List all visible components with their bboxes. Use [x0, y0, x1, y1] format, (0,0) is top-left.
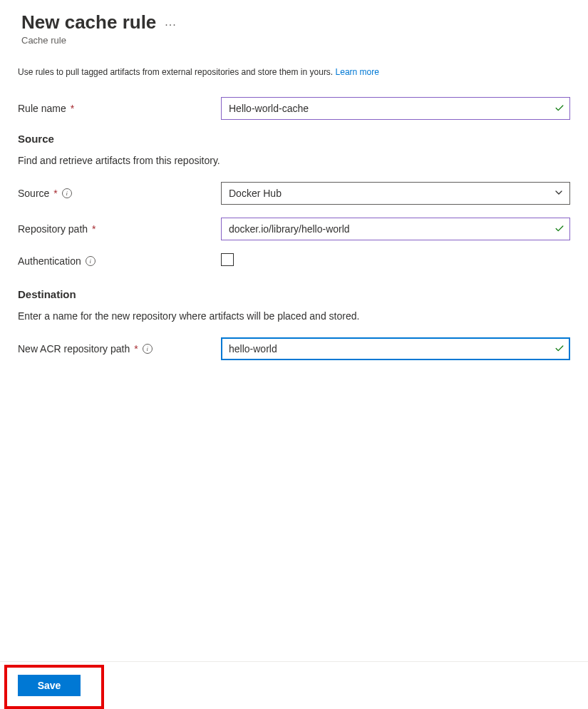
acr-path-input[interactable]	[221, 337, 570, 360]
source-label: Source * i	[18, 188, 221, 199]
repository-path-input-wrapper	[221, 218, 570, 240]
rule-name-label-text: Rule name	[18, 103, 66, 114]
acr-path-label: New ACR repository path * i	[18, 343, 221, 354]
more-options-icon[interactable]: ···	[165, 14, 176, 31]
page-subtitle: Cache rule	[21, 35, 567, 46]
page-header: New cache rule ··· Cache rule	[0, 0, 588, 46]
rule-name-row: Rule name *	[18, 97, 570, 120]
destination-heading: Destination	[18, 288, 570, 300]
authentication-row: Authentication i	[18, 253, 570, 268]
authentication-label: Authentication i	[18, 255, 221, 267]
repository-path-label-text: Repository path	[18, 223, 88, 235]
source-select-value: Docker Hub	[229, 188, 282, 199]
page-title: New cache rule	[21, 11, 156, 34]
source-row: Source * i Docker Hub	[18, 182, 570, 205]
acr-path-input-wrapper	[221, 337, 570, 360]
footer: Save	[0, 661, 588, 709]
rule-name-label: Rule name *	[18, 103, 221, 114]
repository-path-row: Repository path *	[18, 218, 570, 240]
learn-more-link[interactable]: Learn more	[336, 67, 379, 77]
source-input-wrapper: Docker Hub	[221, 182, 570, 205]
destination-description: Enter a name for the new repository wher…	[18, 310, 570, 322]
source-label-text: Source	[18, 188, 49, 199]
rule-name-input[interactable]	[221, 97, 570, 120]
authentication-checkbox[interactable]	[221, 253, 234, 266]
info-icon[interactable]: i	[62, 188, 72, 198]
info-bar: Use rules to pull tagged artifacts from …	[0, 46, 588, 77]
acr-path-row: New ACR repository path * i	[18, 337, 570, 360]
authentication-label-text: Authentication	[18, 255, 81, 267]
acr-path-label-text: New ACR repository path	[18, 343, 130, 354]
title-row: New cache rule ···	[21, 11, 567, 34]
info-text: Use rules to pull tagged artifacts from …	[18, 67, 336, 77]
required-marker: *	[53, 188, 57, 199]
form-body: Rule name * Source Find and retrieve art…	[0, 77, 588, 360]
save-button[interactable]: Save	[18, 675, 81, 696]
info-icon[interactable]: i	[86, 256, 96, 266]
rule-name-input-wrapper	[221, 97, 570, 120]
authentication-input-wrapper	[221, 253, 570, 268]
required-marker: *	[71, 103, 74, 114]
source-select[interactable]: Docker Hub	[221, 182, 570, 205]
source-heading: Source	[18, 133, 570, 145]
repository-path-input[interactable]	[221, 218, 570, 240]
required-marker: *	[92, 223, 96, 235]
info-icon[interactable]: i	[143, 344, 153, 354]
source-description: Find and retrieve artifacts from this re…	[18, 155, 570, 166]
repository-path-label: Repository path *	[18, 223, 221, 235]
required-marker: *	[134, 343, 138, 354]
